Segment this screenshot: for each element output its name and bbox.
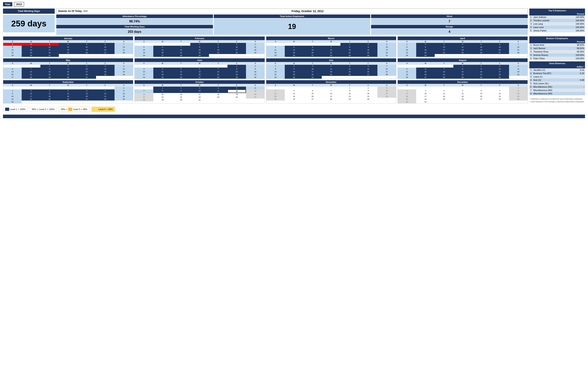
cal-day: 8 [453, 68, 472, 70]
cal-day: 17 [435, 48, 453, 51]
cal-empty-cell [472, 87, 490, 89]
cal-day-header: T [472, 40, 490, 43]
cal-day: 27 [246, 96, 264, 98]
cal-day-header: T [435, 62, 453, 65]
cal-day: 16 [172, 93, 190, 96]
top5-present: 100.00% [566, 29, 585, 32]
cal-empty-cell [322, 87, 340, 89]
cal-month-header: September [3, 80, 133, 84]
cal-day-header: M [416, 62, 435, 65]
cal-day-header: W [59, 62, 77, 65]
top5-present: 100.00% [566, 26, 585, 29]
cal-day: 19 [115, 70, 133, 73]
cal-day: 26 [228, 96, 246, 98]
abs-name: Miscellaneous (M1) [532, 85, 569, 89]
b5-rank: 1 [529, 43, 532, 47]
cal-day: 2 [246, 65, 264, 68]
cal-day: 15 [509, 92, 527, 95]
b5-present: 98.52% [565, 43, 585, 47]
cal-day: 30 [285, 76, 303, 79]
cal-empty-cell [59, 87, 77, 89]
cal-day: 17 [490, 70, 509, 73]
cal-month-header: March [266, 37, 396, 40]
cal-day: 26 [135, 54, 153, 57]
legend-level2: 90% < Level 2 < 100% [30, 107, 57, 112]
cal-day-header: S [398, 62, 416, 65]
calendar-september: SeptemberSMTWTFS123456789101112131415161… [3, 80, 133, 103]
cal-day: 5 [285, 89, 303, 92]
cal-day: 7 [115, 43, 133, 46]
stats-header-label: Statistic As Of Today [58, 10, 82, 13]
cal-day: 30 [59, 76, 77, 79]
cal-day: 18 [209, 93, 228, 96]
cal-day: 22 [190, 51, 209, 54]
cal-day: 27 [190, 76, 209, 79]
cal-day: 14 [509, 46, 527, 48]
bottom5-row: 5Peter Olsen100.00% [529, 57, 585, 60]
cal-day: 16 [209, 48, 228, 51]
absence-row: 4Sick (S)0.08 [529, 78, 585, 82]
cal-day: 27 [303, 98, 322, 100]
cal-day: 10 [378, 46, 396, 48]
cal-day-header: S [509, 40, 527, 43]
hired-label: Hired [371, 15, 528, 18]
year-value[interactable]: 2012 [14, 2, 24, 7]
cal-day: 4 [453, 43, 472, 46]
bottom5-box: Bottom 5 Employees Present 1Bruce Kent98… [529, 36, 585, 60]
cal-day: 30 [359, 98, 378, 100]
cal-day-header: M [285, 84, 303, 87]
cal-day: 8 [190, 46, 209, 48]
cal-day: 30 [359, 54, 378, 57]
b5-name: Jack Banner [532, 47, 565, 50]
right-panel: Top 5 Employees Present 1Jane Sullivan10… [529, 9, 585, 35]
cal-empty-cell [285, 87, 303, 89]
cal-month-header: January [3, 37, 133, 40]
level1-color-box [5, 108, 9, 111]
cal-day: 7 [209, 68, 228, 70]
cal-day: 27 [490, 51, 509, 54]
cal-day: 12 [285, 92, 303, 95]
cal-day: 3 [378, 43, 396, 46]
cal-day: 25 [509, 73, 527, 76]
cal-day: 17 [303, 70, 322, 73]
cal-day-header: S [115, 84, 133, 87]
cal-day: 23 [22, 51, 40, 54]
cal-day: 13 [153, 48, 172, 51]
cal-day: 16 [359, 48, 378, 51]
cal-day-header: W [322, 84, 340, 87]
cal-day: 13 [359, 68, 378, 70]
top5-present: 100.00% [566, 19, 585, 22]
stats-header-row: Statistic As Of Today >>> Friday, Octobe… [56, 9, 528, 14]
year-label: Year [3, 2, 12, 6]
cal-day: 19 [77, 48, 96, 51]
resign-label: Resign [371, 25, 528, 28]
cal-day: 11 [96, 68, 115, 70]
cal-day: 7 [172, 46, 190, 48]
cal-day: 18 [59, 48, 77, 51]
cal-day: 1 [340, 87, 359, 89]
absence-row: 2Business Trip (BT)0.16 [529, 72, 585, 75]
top5-rank: 5 [529, 29, 532, 32]
abs-rank: 4 [529, 78, 532, 82]
cal-day: 25 [40, 98, 59, 100]
cal-day: 3 [378, 87, 396, 89]
level2-label: Level 2 [39, 108, 46, 111]
cal-day-header: T [435, 40, 453, 43]
cal-day-header: S [509, 62, 527, 65]
cal-day: 15 [153, 93, 172, 96]
cal-day: 28 [115, 51, 133, 54]
level2-low: 90% [32, 108, 36, 111]
cal-day: 24 [190, 96, 209, 98]
cal-day-header: M [153, 84, 172, 87]
cal-day-header: T [340, 62, 359, 65]
cal-day: 19 [398, 73, 416, 76]
cal-day: 6 [190, 68, 209, 70]
cal-day: 24 [40, 51, 59, 54]
cal-day-header: S [135, 84, 153, 87]
top5-rank: 4 [529, 26, 532, 29]
cal-day: 23 [59, 73, 77, 76]
cal-day: 2 [172, 87, 190, 89]
cal-day-header: S [246, 84, 264, 87]
cal-day-header: S [246, 40, 264, 43]
legend-level4: Level 4 < 80% [91, 107, 115, 112]
